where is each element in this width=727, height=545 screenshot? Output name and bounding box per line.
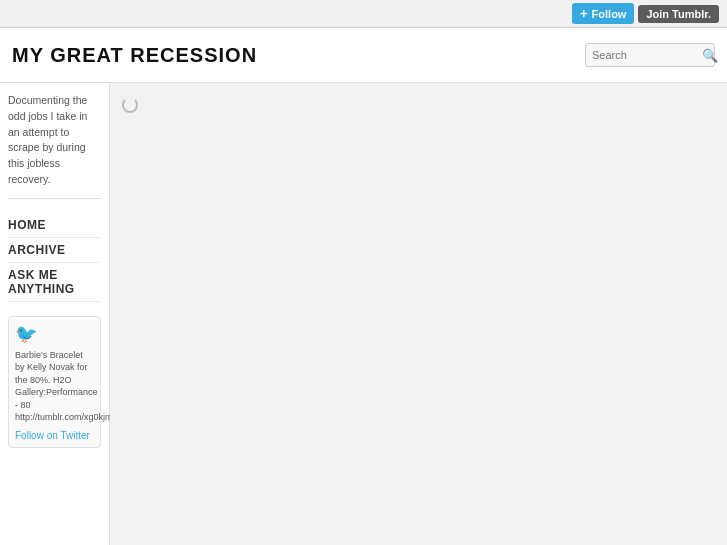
main-content [110,83,727,545]
loading-spinner [122,97,138,113]
follow-label: Follow [592,8,627,20]
header: MY GREAT RECESSION 🔍 [0,28,727,83]
follow-button[interactable]: + Follow [572,3,634,24]
site-title: MY GREAT RECESSION [12,44,257,67]
sidebar: Documenting the odd jobs I take in an at… [0,83,110,545]
nav-ask[interactable]: ASK ME ANYTHING [8,263,101,302]
twitter-bird-icon: 🐦 [15,323,94,345]
plus-icon: + [580,6,588,21]
layout: Documenting the odd jobs I take in an at… [0,83,727,545]
blog-description: Documenting the odd jobs I take in an at… [8,93,101,199]
twitter-text: Barbie's Bracelet by Kelly Novak for the… [15,349,94,425]
nav-archive[interactable]: ARCHIVE [8,238,101,263]
follow-twitter-link[interactable]: Follow on Twitter [15,430,94,441]
join-label: Join Tumblr. [646,8,711,20]
join-button[interactable]: Join Tumblr. [638,5,719,23]
search-box[interactable]: 🔍 [585,43,715,67]
search-input[interactable] [592,49,702,61]
search-icon[interactable]: 🔍 [702,48,718,63]
top-bar: + Follow Join Tumblr. [0,0,727,28]
twitter-widget: 🐦 Barbie's Bracelet by Kelly Novak for t… [8,316,101,449]
nav-home[interactable]: HOME [8,213,101,238]
